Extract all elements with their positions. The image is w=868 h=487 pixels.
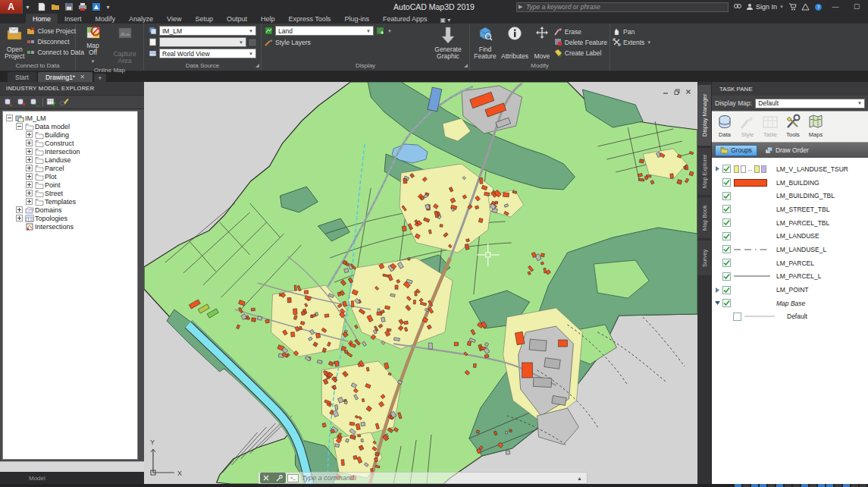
tree-item-data-model[interactable]: Data model: [3, 122, 137, 130]
expand-icon[interactable]: [26, 173, 33, 180]
ribbon-tab-output[interactable]: Output: [220, 14, 254, 24]
pan-button[interactable]: Pan: [613, 27, 651, 36]
add-layer-icon[interactable]: [376, 27, 385, 35]
source-extra-icon[interactable]: [249, 39, 256, 46]
groups-tab[interactable]: Groups: [715, 145, 757, 156]
command-bar[interactable]: >_ Type a command ▲: [258, 472, 588, 484]
tree-item-topologies[interactable]: Topologies: [3, 214, 137, 222]
layer-checkbox[interactable]: [722, 245, 731, 253]
delete-feature-button[interactable]: Delete Feature: [554, 37, 607, 47]
open-project-button[interactable]: Open Project: [2, 25, 27, 61]
data-source-launcher[interactable]: [255, 64, 259, 68]
draw-order-tab[interactable]: Draw Order: [762, 146, 812, 154]
map-canvas[interactable]: YX >_ Type a command ▲: [144, 82, 697, 484]
expand-icon[interactable]: [26, 198, 33, 205]
ribbon-options-icon[interactable]: ▣ ▾: [434, 17, 456, 24]
ribbon-tab-home[interactable]: Home: [26, 14, 58, 24]
style-layers-button[interactable]: Style Layers: [265, 37, 430, 47]
autocad-logo[interactable]: A: [0, 0, 23, 14]
plot-icon[interactable]: [78, 2, 87, 11]
tree-item-landuse[interactable]: Landuse: [3, 156, 137, 164]
ribbon-tab-express-tools[interactable]: Express Tools: [282, 14, 338, 24]
expand-icon[interactable]: [16, 206, 23, 213]
expand-icon[interactable]: [26, 140, 33, 146]
command-wrench-icon[interactable]: [276, 475, 283, 482]
expand-icon[interactable]: [26, 131, 33, 138]
layer-row-lm-landuse-l[interactable]: LM_LANDUSE_L: [712, 243, 868, 256]
capture-area-button[interactable]: Capture Area: [111, 25, 139, 66]
layer-row-lm-parcel-l[interactable]: LM_PARCEL_L: [712, 270, 868, 284]
ribbon-tab-help[interactable]: Help: [254, 14, 282, 24]
ribbon-tab-setup[interactable]: Setup: [188, 14, 220, 24]
layer-row-lm-street-tbl[interactable]: LM_STREET_TBL: [712, 203, 868, 216]
tree-item-domains[interactable]: Domains: [3, 206, 137, 214]
layer-checkbox[interactable]: [722, 272, 731, 281]
search-icon[interactable]: [733, 3, 741, 11]
tree-item-im_lm[interactable]: IM_LM: [3, 114, 137, 122]
tree-item-plot[interactable]: Plot: [3, 172, 137, 181]
a360-drive-icon[interactable]: [801, 3, 810, 11]
erase-button[interactable]: Erase: [554, 27, 607, 36]
layer-checkbox[interactable]: [722, 205, 731, 213]
expand-icon[interactable]: [26, 165, 33, 171]
viewport-close-icon[interactable]: [685, 89, 691, 95]
layer-checkbox[interactable]: [722, 178, 731, 187]
tree-item-construct[interactable]: Construct: [3, 139, 137, 147]
layer-checkbox[interactable]: [733, 313, 741, 321]
attributes-button[interactable]: Attributes: [500, 25, 530, 61]
move-button[interactable]: Move: [531, 25, 553, 61]
ribbon-tab-insert[interactable]: Insert: [58, 14, 89, 24]
db-open-icon[interactable]: [4, 97, 14, 107]
generate-graphic-button[interactable]: Generate Graphic: [430, 26, 466, 61]
layer-checkbox[interactable]: [722, 165, 731, 173]
side-tab-display-manager[interactable]: Display Manager: [697, 85, 711, 146]
display-layer-combo[interactable]: Land▼: [275, 26, 374, 36]
help-icon[interactable]: ?: [814, 3, 823, 11]
layer-row-map-base[interactable]: Map Base: [712, 297, 868, 310]
a360-icon[interactable]: [92, 2, 101, 11]
model-combo[interactable]: IM_LM▼: [159, 26, 256, 36]
ribbon-tab-plug-ins[interactable]: Plug-ins: [337, 14, 376, 24]
layer-checkbox[interactable]: [722, 192, 731, 200]
db-refresh-icon[interactable]: [30, 97, 39, 107]
layer-row-lm-building[interactable]: LM_BUILDING: [712, 176, 868, 190]
extents-button[interactable]: Extents ▼: [613, 37, 651, 47]
ribbon-tab-featured-apps[interactable]: Featured Apps: [376, 14, 434, 24]
tree-item-point[interactable]: Point: [3, 181, 137, 189]
model-tab[interactable]: Model: [29, 475, 45, 482]
taskpane-tool-style[interactable]: Style: [738, 114, 757, 138]
edit-pencil-icon[interactable]: [59, 97, 69, 107]
minimize-button[interactable]: —: [827, 3, 844, 11]
layer-row-lm-landuse[interactable]: LM_LANDUSE: [712, 229, 868, 243]
taskpane-tool-maps[interactable]: Maps: [806, 114, 826, 138]
layer-row-lm-parcel[interactable]: LM_PARCEL: [712, 256, 868, 270]
command-close-icon[interactable]: [263, 475, 269, 481]
db-close-icon[interactable]: [17, 97, 27, 107]
viewport-restore-icon[interactable]: [674, 89, 680, 95]
expand-icon[interactable]: [26, 190, 33, 196]
layer-checkbox[interactable]: [722, 286, 731, 294]
layer-row-lm-point[interactable]: LM_POINT: [712, 283, 868, 297]
side-tab-map-book[interactable]: Map Book: [697, 197, 711, 238]
layer-checkbox[interactable]: [722, 218, 731, 227]
expand-icon[interactable]: [26, 156, 33, 163]
layer-checkbox[interactable]: [722, 259, 731, 267]
sign-in-button[interactable]: Sign In ▼: [746, 3, 784, 11]
taskpane-tool-tools[interactable]: Tools: [783, 114, 803, 138]
command-expand-icon[interactable]: ▲: [577, 476, 582, 481]
help-search-input[interactable]: ▶ Type a keyword or phrase: [516, 2, 729, 12]
drawing-combo[interactable]: ▼: [159, 37, 246, 47]
create-label-button[interactable]: Create Label: [554, 48, 607, 58]
side-tab-map-explorer[interactable]: Map Explorer: [697, 148, 711, 195]
map-off-button[interactable]: Map Off ▼: [80, 25, 106, 66]
side-tab-survey[interactable]: Survey: [697, 240, 711, 275]
tree-item-parcel[interactable]: Parcel: [3, 164, 137, 172]
layer-checkbox[interactable]: [722, 232, 731, 240]
viewport-minimize-icon[interactable]: [663, 89, 669, 95]
open-folder-icon[interactable]: [51, 2, 60, 11]
ribbon-tab-analyze[interactable]: Analyze: [122, 14, 160, 24]
cart-icon[interactable]: [788, 3, 797, 11]
display-launcher[interactable]: [464, 64, 468, 68]
explorer-hscroll[interactable]: [0, 461, 144, 472]
display-map-combo[interactable]: Default▼: [755, 99, 865, 108]
